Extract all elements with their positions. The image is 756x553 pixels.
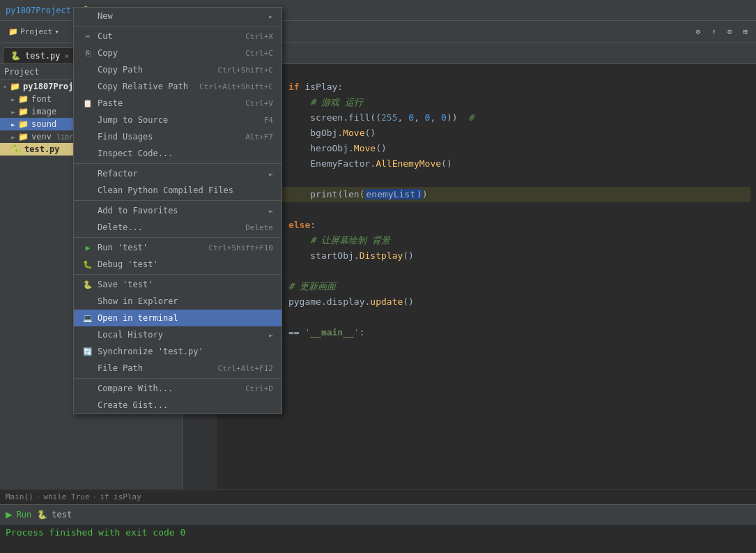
expand-icon: ▾ — [3, 83, 7, 91]
menu-sep-4 — [74, 237, 281, 238]
debug-icon: 🐛 — [82, 260, 93, 269]
tab-test-py[interactable]: 🐍 test.py × — [3, 47, 77, 63]
menu-item-clean-python[interactable]: Clean Python Compiled Files — [74, 182, 281, 199]
folder-icon-venv: 📁 — [18, 132, 29, 142]
terminal-icon: 💻 — [82, 314, 93, 323]
code-line-352 — [223, 64, 750, 79]
run-panel-header: ▶ Run 🐍 test — [0, 505, 756, 524]
code-line-354: # 游戏 运行 — [223, 95, 750, 110]
menu-item-copy[interactable]: ⎘ Copy Ctrl+C — [74, 45, 281, 61]
menu-item-refactor[interactable]: Refactor ► — [74, 165, 281, 182]
tab-close-icon[interactable]: × — [65, 52, 70, 61]
menu-item-cut[interactable]: ✂ Cut Ctrl+X — [74, 28, 281, 45]
run-icon: ▶ — [82, 243, 93, 252]
folder-icon-font: 📁 — [18, 94, 29, 104]
menu-item-open-in-terminal[interactable]: 💻 Open in terminal — [74, 310, 281, 326]
folder-icon: 📁 — [10, 82, 20, 91]
code-line-353: if isPlay: — [223, 79, 750, 95]
menu-sep-1 — [74, 26, 281, 26]
menu-item-jump-to-source[interactable]: Jump to Source F4 — [74, 112, 281, 128]
code-line-startobj: startObj.Distplay() — [223, 248, 750, 264]
toolbar-settings[interactable]: ⚙ — [692, 26, 705, 38]
expand-icon-sound: ► — [11, 121, 15, 128]
context-menu: New ► ✂ Cut Ctrl+X ⎘ Copy Ctrl+C Copy Pa… — [73, 7, 282, 414]
menu-item-copy-relative-path[interactable]: Copy Relative Path Ctrl+Alt+Shift+C — [74, 78, 281, 95]
code-line-heroobj: heroObj.Move() — [223, 141, 750, 156]
code-line-355: screen.fill((255, 0, 0, 0)) # — [223, 110, 750, 126]
expand-icon-venv: ► — [11, 133, 15, 141]
paste-icon: 📋 — [82, 99, 93, 108]
run-panel: ▶ Run 🐍 test Process finished with exit … — [0, 504, 756, 553]
folder-icon-image: 📁 — [18, 107, 29, 116]
code-line-blank3 — [223, 264, 750, 279]
bc-while[interactable]: while True — [43, 492, 89, 501]
code-lines: if isPlay: # 游戏 运行 screen.fill((255, 0, … — [217, 64, 756, 532]
menu-sep-2 — [74, 163, 281, 164]
bc-if[interactable]: if isPlay — [100, 492, 141, 501]
menu-sep-6 — [74, 378, 281, 379]
menu-item-run-test[interactable]: ▶ Run 'test' Ctrl+Shift+F10 — [74, 239, 281, 256]
breadcrumb-nav: Main() › while True › if isPlay — [0, 489, 756, 504]
menu-item-find-usages[interactable]: Find Usages Alt+F7 — [74, 128, 281, 145]
favorites-arrow: ► — [269, 207, 273, 215]
menu-item-copy-path[interactable]: Copy Path Ctrl+Shift+C — [74, 61, 281, 78]
run-panel-output: Process finished with exit code 0 — [0, 524, 756, 540]
save-icon: 🐍 — [82, 280, 93, 289]
toolbar-layout[interactable]: ⊞ — [739, 26, 752, 38]
menu-item-debug-test[interactable]: 🐛 Debug 'test' — [74, 256, 281, 273]
menu-item-new[interactable]: New ► — [74, 8, 281, 24]
project-dropdown[interactable]: 📁 Project ▾ — [4, 26, 63, 38]
code-line-main-check: if __name__ == '__main__': — [223, 325, 750, 340]
copy-icon: ⎘ — [82, 49, 93, 58]
project-breadcrumb[interactable]: py1807Project — [6, 6, 71, 15]
menu-sep-3 — [74, 200, 281, 201]
menu-item-delete[interactable]: Delete... Delete — [74, 219, 281, 236]
menu-item-inspect-code[interactable]: Inspect Code... — [74, 145, 281, 162]
code-line-comment2: # 让屏幕绘制 背景 — [223, 233, 750, 248]
code-line-blank2 — [223, 202, 750, 218]
cut-icon: ✂ — [82, 32, 93, 41]
code-line-blank4 — [223, 310, 750, 325]
menu-item-file-path[interactable]: File Path Ctrl+Alt+F12 — [74, 360, 281, 377]
toolbar-config[interactable]: ⚙ — [723, 26, 736, 38]
code-line-comment3: # 更新画面 — [223, 279, 750, 294]
code-line-pygame: pygame.display.update() — [223, 294, 750, 310]
code-line-blank1 — [223, 172, 750, 187]
toolbar-vcs[interactable]: ↑ — [707, 26, 720, 38]
code-line-else: else: — [223, 218, 750, 233]
menu-item-add-to-favorites[interactable]: Add to Favorites ► — [74, 202, 281, 219]
menu-item-show-in-explorer[interactable]: Show in Explorer — [74, 293, 281, 310]
file-icon-testpy: 🐍 — [11, 144, 22, 154]
menu-item-compare-with[interactable]: Compare With... Ctrl+D — [74, 380, 281, 397]
folder-icon-sound: 📁 — [18, 119, 29, 129]
expand-icon-image: ► — [11, 108, 15, 116]
menu-sep-5 — [74, 274, 281, 275]
expand-icon-font: ► — [11, 96, 15, 103]
sync-icon: 🔄 — [82, 347, 93, 356]
code-line-bgobj: bgObj.Move() — [223, 126, 750, 141]
menu-item-create-gist[interactable]: Create Gist... — [74, 397, 281, 414]
menu-item-local-history[interactable]: Local History ► — [74, 326, 281, 343]
code-line-print: print(len(enemyList)) — [223, 187, 750, 202]
menu-item-save-test[interactable]: 🐍 Save 'test' — [74, 276, 281, 293]
code-line-main-call: Main() — [223, 340, 750, 356]
run-panel-icon: ▶ — [6, 508, 13, 521]
history-arrow: ► — [269, 331, 273, 339]
python-file-icon: 🐍 — [10, 51, 21, 61]
bc-main[interactable]: Main() — [6, 492, 33, 501]
new-arrow: ► — [269, 13, 273, 20]
code-line-enemy: EnemyFactor.AllEnemyMove() — [223, 156, 750, 172]
menu-item-synchronize[interactable]: 🔄 Synchronize 'test.py' — [74, 343, 281, 360]
menu-item-paste[interactable]: 📋 Paste Ctrl+V — [74, 95, 281, 112]
refactor-arrow: ► — [269, 170, 273, 178]
